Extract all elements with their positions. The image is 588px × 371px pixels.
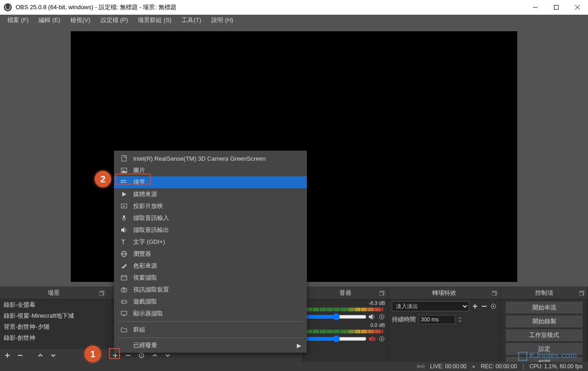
remove-scene-button[interactable] bbox=[16, 352, 25, 359]
add-transition-button[interactable] bbox=[472, 303, 478, 309]
add-scene-button[interactable] bbox=[3, 352, 12, 359]
svg-rect-25 bbox=[492, 292, 496, 296]
menu-scene-collection[interactable]: 場景群組 (S) bbox=[134, 15, 175, 25]
mixer-db-label: -8.3 dB bbox=[369, 300, 385, 306]
svg-rect-46 bbox=[123, 215, 125, 219]
scenes-list[interactable]: 錄影-全螢幕 錄影-視窗-Minecraft地下城 背景-創世神-夕陽 錄影-創… bbox=[0, 299, 107, 349]
svg-rect-32 bbox=[579, 292, 583, 296]
menu-item-game-capture[interactable]: 遊戲擷取 bbox=[114, 296, 307, 308]
transitions-title: 轉場特效 bbox=[432, 289, 456, 297]
menu-item-display-capture[interactable]: 顯示器擷取 bbox=[114, 308, 307, 320]
svg-marker-45 bbox=[123, 205, 125, 207]
menu-item-media[interactable]: 媒體來源 bbox=[114, 188, 307, 200]
svg-point-33 bbox=[420, 366, 422, 367]
start-recording-button[interactable]: 開始錄製 bbox=[505, 315, 583, 328]
menu-item-browser[interactable]: 瀏覽器 bbox=[114, 248, 307, 260]
scene-item[interactable]: 錄影-全螢幕 bbox=[0, 299, 107, 310]
source-up-button[interactable] bbox=[150, 352, 159, 359]
duration-spinner[interactable] bbox=[458, 316, 463, 323]
remove-transition-button[interactable] bbox=[481, 303, 487, 309]
watermark: KJnotes.com bbox=[518, 351, 577, 361]
camera-icon bbox=[119, 286, 129, 293]
volume-slider[interactable] bbox=[306, 335, 367, 343]
text-icon: T bbox=[119, 238, 129, 246]
svg-point-61 bbox=[124, 301, 125, 302]
controls-header: 控制項 bbox=[501, 287, 588, 299]
transitions-undock-icon[interactable] bbox=[492, 290, 498, 296]
menu-item-audio-output[interactable]: 擷取音訊輸出 bbox=[114, 224, 307, 236]
titlebar: OBS 25.0.8 (64-bit, windows) - 設定檔: 無標題 … bbox=[0, 0, 588, 15]
speaker-icon[interactable] bbox=[368, 314, 376, 320]
window-title: OBS 25.0.8 (64-bit, windows) - 設定檔: 無標題 … bbox=[16, 3, 176, 11]
slideshow-icon bbox=[119, 202, 129, 210]
minimize-button[interactable] bbox=[525, 0, 546, 15]
audio-meter bbox=[306, 308, 383, 311]
scene-item[interactable]: 錄影-視窗-Minecraft地下城 bbox=[0, 310, 107, 321]
svg-rect-5 bbox=[99, 292, 103, 296]
svg-rect-15 bbox=[379, 292, 383, 296]
transition-select[interactable]: 淡入淡出 bbox=[392, 301, 469, 311]
maximize-button[interactable] bbox=[546, 0, 567, 15]
document-icon bbox=[119, 155, 129, 162]
menu-item-window-capture[interactable]: 視窗擷取 bbox=[114, 272, 307, 284]
controls-undock-icon[interactable] bbox=[579, 290, 585, 296]
close-button[interactable] bbox=[567, 0, 588, 15]
menu-item-color[interactable]: 色彩來源 bbox=[114, 260, 307, 272]
scenes-header: 場景 bbox=[0, 287, 107, 299]
menu-edit[interactable]: 編輯 (E) bbox=[35, 15, 64, 25]
menu-view[interactable]: 檢視(V) bbox=[67, 15, 94, 25]
scenes-undock-icon[interactable] bbox=[99, 290, 105, 296]
gear-icon[interactable] bbox=[379, 336, 385, 342]
folder-icon bbox=[119, 326, 129, 333]
menu-profile[interactable]: 設定檔 (P) bbox=[97, 15, 132, 25]
monitor-icon bbox=[119, 310, 129, 317]
speaker-muted-icon[interactable] bbox=[368, 336, 376, 342]
gamepad-icon bbox=[119, 298, 129, 305]
callout-1: 1 bbox=[85, 346, 101, 362]
highlight-scene-item bbox=[115, 174, 151, 185]
transition-gear-icon[interactable] bbox=[490, 303, 497, 309]
globe-icon bbox=[119, 250, 129, 258]
callout-2: 2 bbox=[95, 171, 111, 187]
svg-point-56 bbox=[123, 289, 125, 292]
gear-icon[interactable] bbox=[379, 314, 385, 320]
source-down-button[interactable] bbox=[163, 352, 172, 359]
svg-point-36 bbox=[123, 169, 124, 170]
menu-item-realsense[interactable]: Intel(R) RealSense(TM) 3D Camera GreenSc… bbox=[114, 152, 307, 164]
menu-item-group[interactable]: 群組 bbox=[114, 324, 307, 336]
scene-item[interactable]: 錄影-創世神 bbox=[0, 332, 107, 343]
highlight-add-source bbox=[109, 348, 120, 359]
svg-point-18 bbox=[381, 316, 383, 318]
statusbar: LIVE: 00:00:00 ● REC: 00:00:00 | CPU: 1.… bbox=[0, 362, 588, 371]
remove-source-button[interactable] bbox=[124, 352, 133, 359]
scene-up-button[interactable] bbox=[36, 352, 45, 359]
volume-slider[interactable] bbox=[306, 313, 367, 320]
menu-item-slideshow[interactable]: 投影片放映 bbox=[114, 200, 307, 212]
start-streaming-button[interactable]: 開始串流 bbox=[505, 301, 583, 314]
menu-tools[interactable]: 工具(T) bbox=[178, 15, 205, 25]
duration-input[interactable] bbox=[418, 315, 455, 324]
image-icon bbox=[119, 167, 129, 174]
mixer-title: 音器 bbox=[339, 289, 351, 297]
svg-rect-57 bbox=[123, 287, 124, 288]
svg-marker-16 bbox=[369, 314, 373, 320]
svg-point-30 bbox=[493, 306, 494, 307]
menu-item-audio-input[interactable]: 擷取音訊輸入 bbox=[114, 212, 307, 224]
svg-marker-48 bbox=[121, 227, 124, 233]
menu-item-video-capture[interactable]: 視訊擷取裝置 bbox=[114, 284, 307, 296]
menu-file[interactable]: 檔案 (F) bbox=[4, 15, 32, 25]
controls-title: 控制項 bbox=[535, 289, 553, 297]
svg-point-23 bbox=[381, 338, 383, 340]
svg-point-13 bbox=[141, 355, 142, 356]
scene-down-button[interactable] bbox=[49, 352, 58, 359]
studio-mode-button[interactable]: 工作室模式 bbox=[505, 329, 583, 342]
menu-item-text[interactable]: T文字 (GDI+) bbox=[114, 236, 307, 248]
svg-rect-63 bbox=[121, 311, 127, 315]
mixer-db-label: 0.0 dB bbox=[370, 322, 385, 328]
microphone-icon bbox=[119, 214, 129, 222]
menu-item-deprecated[interactable]: 已經廢棄▶ bbox=[114, 340, 307, 351]
transitions-header: 轉場特效 bbox=[388, 287, 500, 299]
menu-help[interactable]: 說明 (H) bbox=[208, 15, 237, 25]
mixer-undock-icon[interactable] bbox=[379, 290, 385, 296]
scene-item[interactable]: 背景-創世神-夕陽 bbox=[0, 321, 107, 332]
